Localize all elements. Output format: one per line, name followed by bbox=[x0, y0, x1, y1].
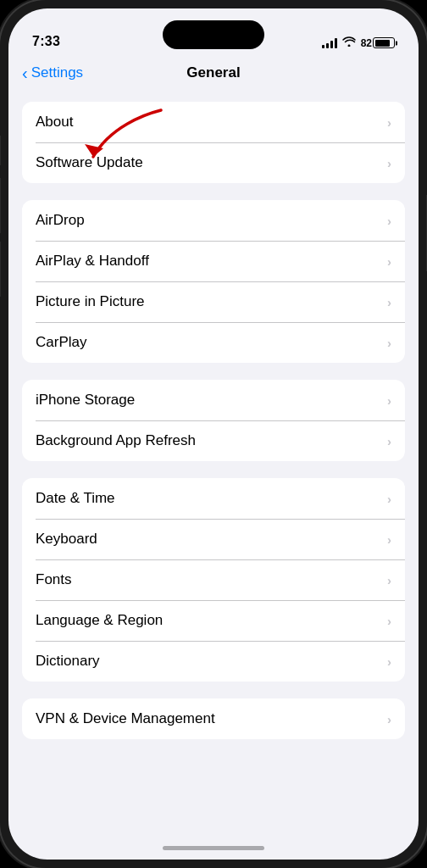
settings-group-about: About › Software Update › bbox=[22, 102, 405, 183]
chevron-right-icon: › bbox=[387, 573, 391, 587]
phone-shell: 7:33 82 bbox=[0, 0, 427, 868]
chevron-right-icon: › bbox=[387, 156, 391, 170]
settings-item-fonts-label: Fonts bbox=[36, 571, 72, 588]
settings-item-software-update-label: Software Update bbox=[36, 154, 143, 171]
battery-percent: 82 bbox=[361, 37, 372, 49]
settings-item-airplay-handoff-label: AirPlay & Handoff bbox=[36, 253, 149, 270]
settings-item-fonts[interactable]: Fonts › bbox=[22, 559, 405, 600]
settings-item-software-update[interactable]: Software Update › bbox=[22, 142, 405, 183]
back-chevron-icon: ‹ bbox=[22, 64, 28, 81]
settings-item-keyboard-label: Keyboard bbox=[36, 531, 97, 548]
chevron-right-icon: › bbox=[387, 393, 391, 408]
settings-item-picture-in-picture-label: Picture in Picture bbox=[36, 293, 145, 310]
settings-item-language-region[interactable]: Language & Region › bbox=[22, 600, 405, 641]
screen: 7:33 82 bbox=[8, 8, 419, 860]
chevron-right-icon: › bbox=[387, 254, 391, 269]
chevron-right-icon: › bbox=[387, 492, 391, 506]
chevron-right-icon: › bbox=[387, 712, 391, 726]
settings-group-settings: Date & Time › Keyboard › Fonts › Languag… bbox=[22, 478, 405, 682]
settings-item-picture-in-picture[interactable]: Picture in Picture › bbox=[22, 281, 405, 322]
chevron-right-icon: › bbox=[387, 115, 391, 130]
settings-item-airdrop-label: AirDrop bbox=[36, 212, 85, 229]
battery-icon: 82 bbox=[361, 37, 395, 49]
home-bar bbox=[163, 846, 264, 850]
settings-item-language-region-label: Language & Region bbox=[36, 612, 163, 629]
wifi-icon bbox=[342, 36, 356, 49]
status-icons: 82 bbox=[322, 36, 395, 49]
settings-item-date-time-label: Date & Time bbox=[36, 490, 115, 507]
settings-group-storage: iPhone Storage › Background App Refresh … bbox=[22, 380, 405, 461]
back-label: Settings bbox=[31, 64, 83, 81]
settings-item-keyboard[interactable]: Keyboard › bbox=[22, 519, 405, 559]
settings-item-vpn-device-management-label: VPN & Device Management bbox=[36, 710, 215, 727]
settings-item-iphone-storage[interactable]: iPhone Storage › bbox=[22, 380, 405, 420]
dynamic-island bbox=[163, 20, 264, 49]
chevron-right-icon: › bbox=[387, 532, 391, 547]
settings-item-about-label: About bbox=[36, 114, 73, 131]
settings-item-carplay-label: CarPlay bbox=[36, 334, 86, 351]
back-button[interactable]: ‹ Settings bbox=[22, 64, 83, 81]
settings-item-dictionary-label: Dictionary bbox=[36, 653, 100, 670]
volume-up-button[interactable] bbox=[0, 178, 1, 233]
chevron-right-icon: › bbox=[387, 434, 391, 448]
settings-group-vpn: VPN & Device Management › bbox=[22, 698, 405, 739]
settings-item-iphone-storage-label: iPhone Storage bbox=[36, 392, 135, 409]
nav-bar: ‹ Settings General bbox=[8, 54, 419, 92]
chevron-right-icon: › bbox=[387, 295, 391, 309]
settings-item-vpn-device-management[interactable]: VPN & Device Management › bbox=[22, 698, 405, 739]
status-time: 7:33 bbox=[32, 34, 60, 49]
settings-content: About › Software Update › AirDrop › AirP… bbox=[8, 92, 419, 836]
chevron-right-icon: › bbox=[387, 214, 391, 228]
settings-item-background-app-refresh-label: Background App Refresh bbox=[36, 432, 196, 449]
settings-item-dictionary[interactable]: Dictionary › bbox=[22, 641, 405, 682]
settings-item-airplay-handoff[interactable]: AirPlay & Handoff › bbox=[22, 241, 405, 281]
settings-item-airdrop[interactable]: AirDrop › bbox=[22, 200, 405, 241]
chevron-right-icon: › bbox=[387, 614, 391, 628]
settings-group-connectivity: AirDrop › AirPlay & Handoff › Picture in… bbox=[22, 200, 405, 363]
volume-down-button[interactable] bbox=[0, 242, 1, 297]
home-indicator bbox=[8, 836, 419, 860]
chevron-right-icon: › bbox=[387, 654, 391, 669]
signal-icon bbox=[322, 38, 337, 48]
page-title: General bbox=[186, 64, 240, 81]
settings-item-about[interactable]: About › bbox=[22, 102, 405, 142]
settings-item-date-time[interactable]: Date & Time › bbox=[22, 478, 405, 519]
settings-item-carplay[interactable]: CarPlay › bbox=[22, 322, 405, 363]
chevron-right-icon: › bbox=[387, 336, 391, 350]
mute-button[interactable] bbox=[0, 136, 1, 165]
settings-item-background-app-refresh[interactable]: Background App Refresh › bbox=[22, 420, 405, 461]
